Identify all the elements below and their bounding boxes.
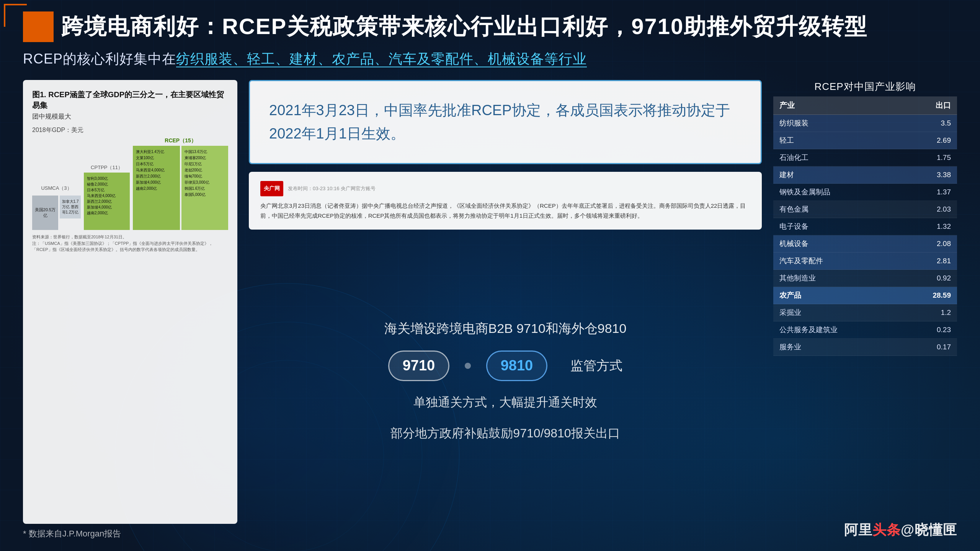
canada-box: 加拿大1.7万亿 墨西哥1.2万亿: [60, 196, 81, 218]
chart-notes: 资料来源：世界银行，数据截至2018年12月31日。 注：「USMCA」指《美墨…: [32, 234, 228, 253]
main-content: 跨境电商利好：RCEP关税政策带来核心行业出口利好，9710助推外贸升级转型 R…: [0, 0, 980, 551]
middle-panel: 2021年3月23日，中国率先批准RCEP协定，各成员国表示将推动协定于2022…: [249, 80, 762, 524]
footer-note: * 数据来自J.P.Morgan报告: [23, 528, 121, 540]
page-subtitle: RCEP的核心利好集中在纺织服装、轻工、建材、农产品、汽车及零配件、机械设备等行…: [23, 50, 957, 68]
rcep-col1: 澳大利亚1.4万亿文莱100亿日本5万亿马来西亚4,000亿新西兰2,000亿新…: [133, 146, 180, 230]
cell-value: 1.37: [902, 184, 957, 201]
table-row: 石油化工1.75: [773, 149, 957, 166]
code-9710-text: 9710: [403, 357, 435, 374]
cell-industry: 机械设备: [773, 235, 902, 253]
orange-accent-box: [23, 11, 54, 42]
cell-industry: 其他制造业: [773, 270, 902, 287]
subtitle-prefix: RCEP的核心利好集中在: [23, 51, 176, 67]
cell-value: 2.03: [902, 201, 957, 218]
customs-line2: 监管方式: [570, 355, 622, 376]
rcep-label: RCEP（15）: [133, 137, 228, 144]
code-9710-badge: 9710: [388, 350, 449, 381]
news-card: 2021年3月23日，中国率先批准RCEP协定，各成员国表示将推动协定于2022…: [249, 80, 762, 164]
cell-value: 2.08: [902, 235, 957, 253]
usmca-inner: 美国20.5万亿 加拿大1.7万亿 墨西哥1.2万亿: [32, 196, 81, 230]
table-row: 电子设备1.32: [773, 218, 957, 235]
cptpp-label: CPTPP（11）: [84, 164, 130, 171]
us-box: 美国20.5万亿: [32, 196, 58, 230]
news-source-content: 央广网北京3月23日消息（记者佟亚涛）据中央广播电视总台经济之声报道，《区域全面…: [260, 201, 750, 220]
footer-logo: 阿里头条@晓懂匣: [844, 521, 957, 540]
table-row: 服务业0.17: [773, 339, 957, 356]
chart-year: 2018年GDP：美元: [32, 126, 228, 134]
cell-industry: 钢铁及金属制品: [773, 184, 902, 201]
cell-value: 3.38: [902, 166, 957, 184]
customs-info: 海关增设跨境电商B2B 9710和海外仓9810 9710 9810 监管方式 …: [249, 237, 762, 524]
cell-industry: 有色金属: [773, 201, 902, 218]
col-industry: 产业: [773, 96, 902, 115]
cell-industry: 轻工: [773, 132, 902, 149]
footer: * 数据来自J.P.Morgan报告 阿里头条@晓懂匣: [23, 521, 957, 540]
header: 跨境电商利好：RCEP关税政策带来核心行业出口利好，9710助推外贸升级转型: [23, 11, 957, 42]
cell-industry: 服务业: [773, 339, 902, 356]
table-row: 公共服务及建筑业0.23: [773, 321, 957, 339]
cell-industry: 采掘业: [773, 304, 902, 321]
usmca-label: USMCA（3）: [41, 185, 72, 192]
news-source-card: 央广网 发布时间：03-23 10:16 央广网官方账号 央广网北京3月23日消…: [249, 172, 762, 230]
news-logo: 央广网: [260, 181, 283, 196]
cell-industry: 电子设备: [773, 218, 902, 235]
rcep-col2: 中国13.6万亿柬埔寨200亿印尼1万亿老挝200亿缅甸700亿菲律宾3,000…: [181, 146, 229, 230]
cell-industry: 纺织服装: [773, 115, 902, 132]
table-row: 纺织服装3.5: [773, 115, 957, 132]
cell-industry: 农产品: [773, 287, 902, 304]
table-title: RCEP对中国产业影响: [773, 80, 957, 93]
table-header-row: 产业 出口: [773, 96, 957, 115]
table-row: 其他制造业0.92: [773, 270, 957, 287]
cell-industry: 公共服务及建筑业: [773, 321, 902, 339]
usmca-block: USMCA（3） 美国20.5万亿 加拿大1.7万亿 墨西哥1.2万亿: [32, 185, 81, 230]
news-text: 2021年3月23日，中国率先批准RCEP协定，各成员国表示将推动协定于2022…: [269, 99, 742, 145]
cptpp-block: CPTPP（11） 智利3,000亿秘鲁2,000亿日本5万亿马来西亚4,000…: [84, 164, 130, 230]
customs-line1: 海关增设跨境电商B2B 9710和海外仓9810: [384, 318, 627, 339]
rcep-inner: 澳大利亚1.4万亿文莱100亿日本5万亿马来西亚4,000亿新西兰2,000亿新…: [133, 146, 228, 230]
cell-value: 1.2: [902, 304, 957, 321]
cell-value: 2.81: [902, 253, 957, 270]
cptpp-inner: 智利3,000亿秘鲁2,000亿日本5万亿马来西亚4,000亿新西兰2,000亿…: [84, 173, 130, 230]
col-export: 出口: [902, 96, 957, 115]
chart-panel: 图1. RCEP涵盖了全球GDP的三分之一，在主要区域性贸易集 团中规模最大 2…: [23, 80, 237, 524]
table-row: 钢铁及金属制品1.37: [773, 184, 957, 201]
right-panel: RCEP对中国产业影响 产业 出口 纺织服装3.5轻工2.69石油化工1.75建…: [773, 80, 957, 524]
cell-value: 1.75: [902, 149, 957, 166]
table-row: 采掘业1.2: [773, 304, 957, 321]
page-title: 跨境电商利好：RCEP关税政策带来核心行业出口利好，9710助推外贸升级转型: [61, 12, 867, 42]
rcep-table: 产业 出口 纺织服装3.5轻工2.69石油化工1.75建材3.38钢铁及金属制品…: [773, 96, 957, 356]
table-row: 有色金属2.03: [773, 201, 957, 218]
chart-title: 图1. RCEP涵盖了全球GDP的三分之一，在主要区域性贸易集: [32, 89, 228, 111]
cell-value: 2.69: [902, 132, 957, 149]
cell-industry: 建材: [773, 166, 902, 184]
cell-value: 1.32: [902, 218, 957, 235]
news-meta: 发布时间：03-23 10:16 央广网官方账号: [288, 185, 376, 192]
code-9810-badge: 9810: [486, 350, 547, 381]
news-source-header: 央广网 发布时间：03-23 10:16 央广网官方账号: [260, 181, 750, 196]
cell-value: 3.5: [902, 115, 957, 132]
chart-note-1: 资料来源：世界银行，数据截至2018年12月31日。: [32, 234, 228, 240]
cell-value: 0.23: [902, 321, 957, 339]
news-logo-text: 央广网: [264, 185, 280, 192]
table-row: 机械设备2.08: [773, 235, 957, 253]
chart-note-2: 注：「USMCA」指《美墨加三国协议》；「CPTPP」指《全面与进步跨太平洋伙伴…: [32, 240, 228, 253]
cell-industry: 汽车及零配件: [773, 253, 902, 270]
table-row: 农产品28.59: [773, 287, 957, 304]
cell-value: 0.17: [902, 339, 957, 356]
cell-value: 0.92: [902, 270, 957, 287]
chart-area: USMCA（3） 美国20.5万亿 加拿大1.7万亿 墨西哥1.2万亿 CPTP…: [32, 138, 228, 230]
code-9810-text: 9810: [501, 357, 533, 374]
dot-connector: [465, 363, 471, 369]
cell-industry: 石油化工: [773, 149, 902, 166]
corner-decoration: [4, 4, 27, 27]
subtitle-highlight: 纺织服装、轻工、建材、农产品、汽车及零配件、机械设备等行业: [176, 51, 587, 67]
table-row: 轻工2.69: [773, 132, 957, 149]
customs-line4: 部分地方政府补贴鼓励9710/9810报关出口: [390, 424, 620, 443]
rcep-block: RCEP（15） 澳大利亚1.4万亿文莱100亿日本5万亿马来西亚4,000亿新…: [133, 137, 228, 230]
table-row: 汽车及零配件2.81: [773, 253, 957, 270]
cell-value: 28.59: [902, 287, 957, 304]
table-row: 建材3.38: [773, 166, 957, 184]
content-area: 图1. RCEP涵盖了全球GDP的三分之一，在主要区域性贸易集 团中规模最大 2…: [23, 80, 957, 524]
codes-row: 9710 9810 监管方式: [388, 350, 622, 381]
customs-line3: 单独通关方式，大幅提升通关时效: [413, 393, 597, 412]
